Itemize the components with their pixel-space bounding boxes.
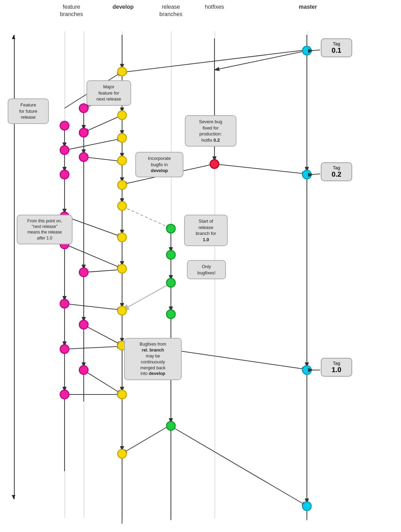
node-develop-10 (117, 306, 127, 316)
svg-line-45 (84, 157, 121, 161)
time-axis-arrow-top (12, 35, 15, 39)
bubble-severe-bug: Severe bugfixed forproduction:hotfix 0.2 (185, 115, 236, 147)
svg-line-47 (215, 164, 306, 174)
svg-line-56 (65, 304, 121, 310)
bubble-only-bugfixes: Onlybugfixes! (187, 260, 226, 279)
col-line-release (171, 31, 172, 518)
time-label: Time (0, 202, 1, 225)
node-feature1-d (79, 267, 89, 277)
tag-value-10: 1.0 (326, 366, 347, 374)
node-develop-8 (117, 232, 127, 242)
node-release-4 (166, 309, 176, 319)
svg-line-65 (312, 50, 320, 51)
node-feature1-f (79, 365, 89, 375)
node-develop-7 (117, 201, 127, 211)
bubble-start-release: Start ofreleasebranch for1.0 (184, 215, 228, 246)
node-feature1-b (79, 128, 89, 138)
node-develop-3 (117, 110, 127, 120)
col-header-master: master (296, 3, 320, 11)
col-header-release: releasebranches (153, 3, 188, 18)
node-feature2-g (60, 344, 69, 354)
node-feature1-a (79, 103, 89, 113)
col-header-hotfixes: hotfixes (200, 3, 228, 11)
node-master-3 (302, 365, 312, 375)
bubble-major-feature: Majorfeature fornext release (86, 80, 131, 106)
col-line-feature1 (65, 31, 65, 518)
svg-line-54 (65, 244, 121, 268)
node-develop-12 (117, 390, 127, 399)
svg-line-44 (65, 139, 121, 150)
node-feature2-b (60, 145, 69, 155)
node-feature2-a (60, 121, 69, 131)
bubble-bugfixes-from: Bugfixes fromrel. branchmay becontinuous… (124, 338, 182, 380)
node-develop-5 (117, 156, 127, 165)
tag-value-01: 0.1 (326, 46, 347, 54)
svg-line-49 (215, 51, 307, 70)
tag-label-02: Tag (326, 165, 347, 170)
tag-label-10: Tag (326, 361, 347, 366)
git-flow-diagram: Time featurebranches develop releasebran… (0, 0, 401, 532)
svg-line-55 (123, 283, 170, 310)
node-release-2 (166, 250, 176, 260)
node-master-4 (302, 501, 312, 511)
node-feature2-c (60, 170, 69, 179)
node-feature2-h (60, 390, 69, 399)
tag-box-10: Tag 1.0 (321, 358, 352, 377)
tag-value-02: 0.2 (326, 170, 347, 178)
node-hotfix-1 (210, 159, 219, 169)
bubble-feature-future: Featurefor futurerelease (8, 98, 49, 124)
node-release-6 (166, 421, 176, 431)
node-develop-6 (117, 180, 127, 190)
col-line-master (307, 31, 308, 518)
node-develop-13 (117, 449, 127, 459)
col-header-feature: featurebranches (56, 3, 87, 18)
node-feature2-f (60, 299, 69, 309)
time-axis-arrow-bottom (12, 495, 15, 499)
col-header-develop: develop (111, 3, 135, 11)
node-release-3 (166, 278, 176, 288)
tag-label-01: Tag (326, 41, 347, 46)
svg-line-57 (84, 325, 121, 345)
svg-line-43 (84, 115, 122, 132)
svg-line-58 (65, 346, 121, 349)
bubble-incorporate: Incorporatebugfix indevelop (135, 152, 183, 177)
svg-line-63 (123, 425, 170, 453)
tag-box-02: Tag 0.2 (321, 162, 352, 181)
svg-line-59 (172, 350, 306, 369)
tag-box-01: Tag 0.1 (321, 38, 352, 57)
svg-line-52 (65, 216, 121, 237)
bubble-from-this-point: From this point on,"next release"means t… (17, 215, 73, 244)
node-develop-1 (117, 67, 127, 76)
svg-line-51 (123, 207, 170, 228)
node-master-2 (302, 170, 312, 179)
svg-line-61 (84, 371, 121, 394)
svg-line-66 (312, 174, 320, 175)
node-master-1 (302, 46, 312, 56)
node-develop-9 (117, 264, 127, 274)
node-develop-4 (117, 133, 127, 143)
node-release-1 (166, 224, 176, 234)
svg-line-64 (172, 427, 306, 505)
node-feature1-c (79, 152, 89, 162)
node-feature1-e (79, 320, 89, 330)
